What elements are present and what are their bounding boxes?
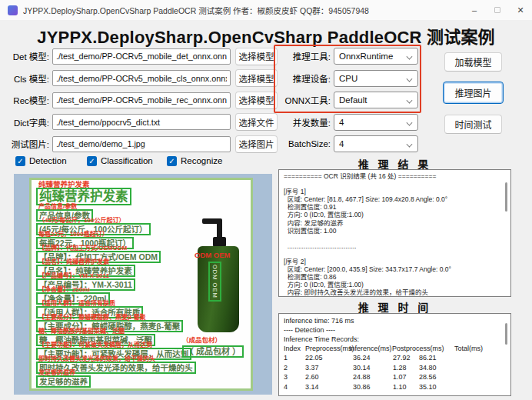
result-line: 方向: 0 (ID:0, 置信度:1.00)	[284, 211, 506, 218]
cell: 1.10	[393, 382, 419, 392]
cls-model-label: Cls 模型:	[5, 72, 49, 85]
classification-checkbox[interactable]: ✓ Classification	[87, 155, 153, 167]
maximize-button[interactable]	[486, 0, 509, 20]
onnx-tool-value: Default	[339, 95, 367, 105]
minimize-button[interactable]: –	[463, 0, 486, 20]
ocr-result-image: 纯臻营养护发素纯臻营养护发素 产品信息/参数产品信息/参数 （45元/每公斤，1…	[29, 178, 253, 391]
ocr-overlay-text: （成品包材）	[182, 337, 244, 344]
timing-table-row: 32.6024.881.0728.56	[284, 372, 506, 382]
result-line: 内容: 即时持久改善头发光泽的效果，给干燥的头	[284, 288, 506, 296]
chevron-down-icon	[407, 120, 412, 125]
cell: 22.05	[305, 353, 353, 362]
title-bar: JYPPX.DeploySharp.OpenCvSharp PaddleOCR …	[0, 0, 532, 20]
det-model-input[interactable]	[52, 48, 231, 65]
cell: 2	[284, 363, 305, 372]
concurrency-row: 并发数量: 4	[277, 114, 423, 131]
ocr-overlay-text: 【主要成分】：鲸蜡硬脂醇、燕麦β-葡聚	[38, 314, 146, 321]
recognize-checkbox-label: Recognize	[181, 156, 222, 165]
scrollbar-thumb[interactable]	[505, 182, 507, 212]
ocr-detection-box: （ 成品包材 ）	[182, 345, 244, 358]
page-title: JYPPX.DeploySharp.OpenCvSharp PaddleOCR …	[0, 23, 532, 48]
rec-model-label: Rec模型:	[5, 94, 49, 106]
cell: 36.24	[353, 353, 393, 362]
recognize-checkbox[interactable]: ✓ Recognize	[167, 155, 222, 167]
test-image-label: 测试图片:	[5, 138, 49, 150]
test-image-input[interactable]	[52, 136, 231, 152]
test-image-row: 测试图片: 选择图片	[5, 135, 278, 152]
batchsize-row: BatchSize: 4	[277, 135, 423, 152]
dict-input[interactable]	[52, 114, 231, 130]
timing-table-row: 122.0536.2427.9286.21	[284, 353, 506, 362]
cell: 28.56	[419, 372, 506, 382]
load-model-button[interactable]: 加载模型	[444, 52, 502, 72]
timing-panel-title: 推 理 时 间	[278, 299, 511, 315]
checkbox-checked-icon: ✓	[87, 156, 97, 166]
select-image-button[interactable]: 选择图片	[235, 135, 278, 153]
cell: 27.92	[393, 353, 419, 362]
close-button[interactable]: ✕	[509, 0, 532, 20]
result-line: 区域: Center: [81.8, 467.7] Size: 109.4x20…	[284, 195, 506, 203]
cell: 3	[284, 372, 305, 382]
onnx-tool-select[interactable]: Default	[334, 92, 418, 108]
checkbox-checked-icon: ✓	[15, 156, 25, 166]
chevron-down-icon	[407, 98, 412, 103]
cell: 4	[284, 382, 305, 392]
onnx-tool-label: ONNX工具:	[277, 94, 331, 106]
result-line	[284, 235, 506, 242]
inference-device-select[interactable]: CPU	[334, 70, 418, 87]
results-textbox[interactable]: ========== OCR 识别结果 (共 16 处) ========== …	[278, 169, 511, 297]
det-model-row: Det 模型: 选择模型	[5, 48, 278, 65]
select-det-model-button[interactable]: 选择模型	[235, 48, 278, 65]
cell: 30.86	[353, 382, 393, 392]
result-line: 内容: 发足够的滋养	[284, 219, 506, 227]
timing-table-header: Index Preprocess(ms) Inference(ms) Postp…	[284, 344, 506, 353]
dict-label: Dict字典:	[5, 116, 49, 128]
rec-model-input[interactable]	[52, 92, 231, 108]
inference-backend-label: 推理工具:	[277, 50, 331, 62]
ocr-overlay-text: 【产品编号】：YM-X-3011	[38, 272, 109, 279]
ocr-overlay-text: 【品牌】：代加工方式/OEMODM	[38, 245, 127, 252]
select-cls-model-button[interactable]: 选择模型	[235, 69, 278, 87]
select-rec-model-button[interactable]: 选择模型	[235, 92, 278, 109]
inference-image-button[interactable]: 推理图片	[443, 82, 504, 104]
inference-backend-value: OnnxRuntime	[339, 52, 393, 61]
det-model-label: Det 模型:	[5, 50, 49, 62]
result-line: [序号 1]	[284, 188, 506, 195]
cls-model-input[interactable]	[52, 70, 231, 86]
ocr-line: 纯臻营养护发素纯臻营养护发素	[36, 182, 248, 205]
col-postprocess: Postprocess(ms)	[392, 344, 454, 353]
ocr-overlay-text: 纯臻营养护发素	[38, 181, 90, 188]
time-test-button[interactable]: 时间测试	[444, 115, 502, 134]
app-icon	[8, 5, 18, 15]
ocr-overlay-text: （45元/每公斤，100公斤起订）	[38, 217, 125, 224]
cell: 1.07	[393, 372, 419, 382]
detection-checkbox-label: Detection	[29, 156, 67, 165]
cell: 34.80	[419, 363, 506, 372]
cell: 86.21	[419, 353, 506, 362]
col-index: Index	[284, 344, 305, 353]
scrollbar-thumb[interactable]	[505, 323, 507, 345]
cls-model-row: Cls 模型: 选择模型	[5, 70, 278, 87]
picture-box: 纯臻营养护发素纯臻营养护发素 产品信息/参数产品信息/参数 （45元/每公斤，1…	[14, 174, 272, 395]
result-line: 方向: 0 (ID:0, 置信度:1.00)	[284, 281, 506, 288]
maximize-icon	[494, 7, 500, 13]
detection-checkbox[interactable]: ✓ Detection	[15, 155, 67, 167]
concurrency-select[interactable]: 4	[334, 114, 418, 131]
batchsize-select[interactable]: 4	[334, 135, 418, 152]
result-line: 检测置信度: 0.91	[284, 203, 506, 211]
cell: 3.14	[305, 382, 353, 392]
cell: 2.60	[305, 372, 353, 382]
select-dict-button[interactable]: 选择文件	[235, 113, 278, 131]
chevron-down-icon	[407, 54, 412, 59]
onnx-tool-row: ONNX工具: Default	[277, 92, 423, 108]
classification-checkbox-label: Classification	[101, 156, 153, 165]
concurrency-label: 并发数量:	[277, 116, 331, 128]
inference-backend-select[interactable]: OnnxRuntime	[334, 48, 418, 65]
ocr-overlay-text: 【净含量】：220ml	[38, 286, 90, 293]
batchsize-label: BatchSize:	[277, 139, 331, 148]
ocr-overlay-text: 即时持久改善头发光泽的效果，给干燥的头	[38, 355, 155, 362]
dict-row: Dict字典: 选择文件	[5, 114, 278, 131]
timing-table-row: 43.1430.861.1035.10	[284, 382, 506, 392]
concurrency-value: 4	[339, 118, 344, 127]
timing-textbox[interactable]: Inference time: 716 ms ---- Detection --…	[278, 313, 511, 396]
